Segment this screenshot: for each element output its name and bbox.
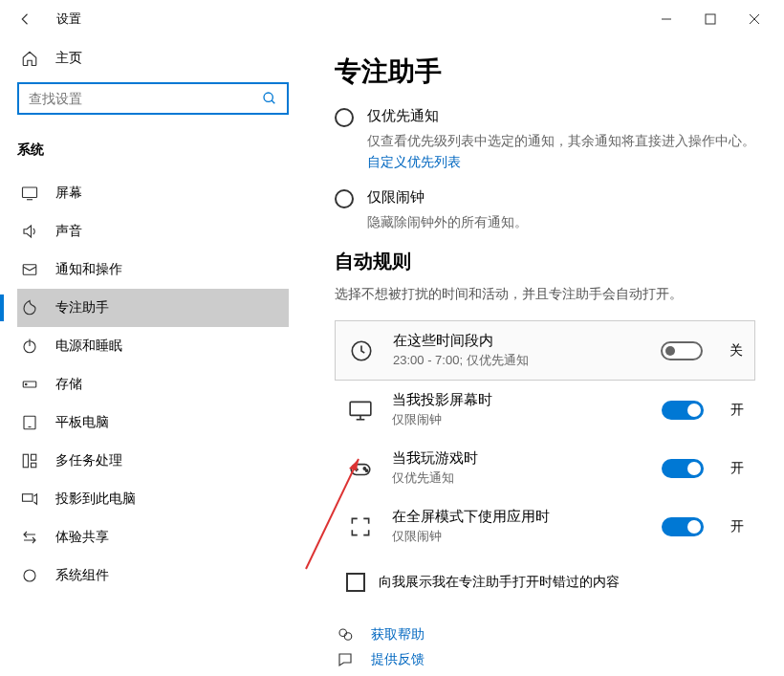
display-icon — [21, 185, 38, 202]
svg-point-28 — [365, 469, 367, 471]
power-icon — [21, 338, 38, 355]
radio-icon — [335, 108, 354, 127]
radio-priority-only[interactable]: 仅优先通知 — [335, 107, 755, 127]
rule-time-range[interactable]: 在这些时间段内 23:00 - 7:00; 仅优先通知 关 — [335, 320, 755, 381]
auto-rules-title: 自动规则 — [335, 249, 755, 274]
rule-title: 在全屏模式下使用应用时 — [392, 508, 644, 526]
multitask-icon — [21, 452, 38, 469]
svg-rect-6 — [23, 187, 37, 198]
rule-toggle[interactable] — [662, 459, 704, 478]
monitor-icon — [348, 398, 373, 423]
maximize-button[interactable] — [688, 4, 732, 34]
sidebar-item-display[interactable]: 屏幕 — [17, 174, 289, 212]
svg-point-30 — [344, 633, 352, 641]
svg-line-5 — [272, 100, 274, 103]
rule-toggle[interactable] — [662, 401, 704, 420]
sidebar-item-label: 体验共享 — [55, 529, 109, 546]
radio-label: 仅限闹钟 — [367, 188, 425, 207]
get-help-link[interactable]: 获取帮助 — [335, 626, 755, 643]
svg-point-4 — [264, 93, 272, 101]
sidebar-item-focus-assist[interactable]: 专注助手 — [17, 289, 289, 327]
rule-sub: 仅限闹钟 — [392, 411, 644, 428]
minimize-button[interactable] — [644, 4, 688, 34]
radio-desc: 隐藏除闹钟外的所有通知。 — [367, 214, 755, 231]
sidebar-item-sound[interactable]: 声音 — [17, 212, 289, 251]
svg-point-19 — [24, 570, 35, 581]
checkbox-icon — [346, 573, 365, 592]
search-input-container[interactable] — [17, 82, 289, 115]
sidebar-item-tablet[interactable]: 平板电脑 — [17, 403, 289, 442]
sidebar-item-label: 专注助手 — [55, 299, 109, 316]
clock-icon — [349, 338, 374, 363]
sidebar-item-label: 存储 — [55, 376, 82, 393]
search-input[interactable] — [29, 91, 262, 106]
sidebar-item-label: 投影到此电脑 — [55, 491, 136, 508]
sidebar-item-label: 系统组件 — [55, 567, 109, 584]
rule-sub: 23:00 - 7:00; 仅优先通知 — [393, 352, 643, 369]
project-icon — [21, 491, 38, 508]
toggle-state: 开 — [730, 402, 744, 419]
sidebar-item-label: 屏幕 — [55, 185, 82, 202]
focus-assist-icon — [21, 299, 38, 316]
window-title: 设置 — [56, 11, 81, 28]
sidebar-item-components[interactable]: 系统组件 — [17, 556, 289, 595]
rule-gaming[interactable]: 当我玩游戏时 仅优先通知 开 — [335, 439, 755, 497]
rule-fullscreen[interactable]: 在全屏模式下使用应用时 仅限闹钟 开 — [335, 497, 755, 556]
help-icon — [337, 626, 354, 643]
shared-icon — [21, 529, 38, 546]
fullscreen-icon — [348, 514, 373, 539]
rule-sub: 仅限闹钟 — [392, 528, 644, 545]
sound-icon — [21, 223, 38, 240]
radio-alarms-only[interactable]: 仅限闹钟 — [335, 188, 755, 208]
tablet-icon — [21, 414, 38, 431]
rule-toggle[interactable] — [662, 517, 704, 536]
svg-rect-1 — [706, 14, 715, 24]
home-icon — [21, 50, 38, 67]
svg-rect-16 — [32, 454, 36, 460]
svg-point-27 — [363, 467, 365, 469]
help-label: 获取帮助 — [371, 626, 425, 643]
rule-sub: 仅优先通知 — [392, 469, 644, 487]
components-icon — [21, 567, 38, 584]
toggle-state: 开 — [730, 518, 744, 535]
gamepad-icon — [348, 456, 373, 481]
toggle-state: 关 — [730, 342, 743, 360]
sidebar-home[interactable]: 主页 — [17, 38, 289, 78]
rule-title: 当我玩游戏时 — [392, 449, 644, 468]
feedback-link[interactable]: 提供反馈 — [335, 651, 755, 668]
rule-projecting[interactable]: 当我投影屏幕时 仅限闹钟 开 — [335, 381, 755, 439]
svg-rect-18 — [23, 494, 33, 502]
sidebar-item-label: 通知和操作 — [55, 261, 122, 278]
sidebar-item-label: 平板电脑 — [55, 414, 109, 431]
back-button[interactable] — [14, 8, 37, 31]
sidebar-item-multitask[interactable]: 多任务处理 — [17, 442, 289, 480]
notifications-icon — [21, 261, 38, 278]
checkbox-label: 向我展示我在专注助手打开时错过的内容 — [379, 574, 620, 591]
sidebar-home-label: 主页 — [55, 50, 82, 67]
auto-rules-desc: 选择不想被打扰的时间和活动，并且专注助手会自动打开。 — [335, 286, 755, 303]
rule-toggle[interactable] — [661, 341, 703, 360]
toggle-state: 开 — [730, 460, 744, 477]
svg-point-12 — [26, 383, 28, 385]
feedback-label: 提供反馈 — [371, 651, 425, 668]
svg-rect-21 — [350, 402, 371, 415]
radio-label: 仅优先通知 — [367, 107, 439, 125]
sidebar-item-shared[interactable]: 体验共享 — [17, 518, 289, 556]
sidebar-item-storage[interactable]: 存储 — [17, 365, 289, 403]
show-missed-checkbox[interactable]: 向我展示我在专注助手打开时错过的内容 — [335, 561, 755, 603]
sidebar-item-notifications[interactable]: 通知和操作 — [17, 251, 289, 289]
sidebar-item-project[interactable]: 投影到此电脑 — [17, 480, 289, 518]
customize-link[interactable]: 自定义优先列表 — [367, 154, 461, 171]
svg-rect-15 — [23, 454, 28, 468]
sidebar-category: 系统 — [17, 132, 289, 174]
radio-desc: 仅查看优先级列表中选定的通知，其余通知将直接进入操作中心。 — [367, 133, 755, 150]
sidebar-item-label: 声音 — [55, 223, 82, 240]
svg-rect-8 — [23, 265, 36, 275]
storage-icon — [21, 376, 38, 393]
svg-rect-17 — [32, 463, 36, 468]
close-button[interactable] — [732, 4, 776, 34]
svg-point-29 — [339, 629, 347, 637]
sidebar-item-power[interactable]: 电源和睡眠 — [17, 327, 289, 365]
rule-title: 当我投影屏幕时 — [392, 391, 644, 409]
search-icon — [262, 91, 277, 106]
